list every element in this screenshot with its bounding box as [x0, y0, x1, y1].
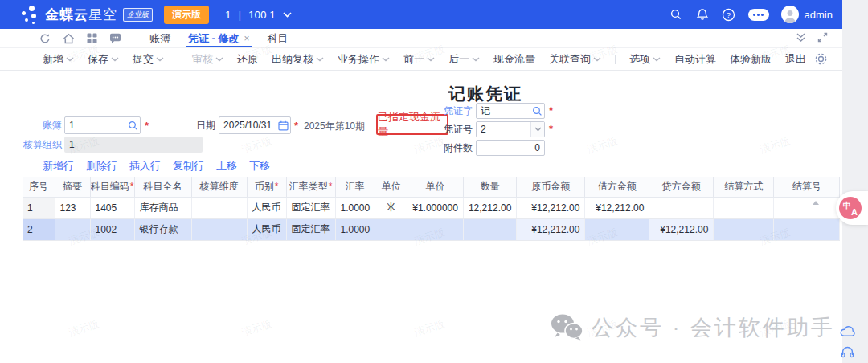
table-cell[interactable]: 人民币: [247, 197, 286, 218]
voucher-no-input[interactable]: [477, 122, 530, 137]
headset-icon[interactable]: [841, 345, 854, 362]
row-action-link[interactable]: 删除行: [86, 159, 117, 173]
table-cell[interactable]: [55, 218, 90, 240]
toolbar-button[interactable]: 保存: [88, 52, 119, 67]
table-cell[interactable]: [714, 218, 774, 240]
table-cell[interactable]: 人民币: [247, 218, 286, 240]
row-action-link[interactable]: 复制行: [173, 159, 204, 173]
toolbar-button[interactable]: 前一: [403, 52, 435, 67]
table-cell[interactable]: [463, 218, 516, 240]
workspace-switcher[interactable]: 1 | 100 1: [225, 9, 292, 21]
table-column-header[interactable]: 核算维度: [191, 177, 247, 197]
table-cell[interactable]: [407, 218, 464, 240]
row-action-link[interactable]: 新增行: [43, 159, 74, 173]
toolbar-button[interactable]: 提交: [133, 52, 164, 67]
table-cell[interactable]: [774, 197, 840, 218]
fullscreen-icon[interactable]: [817, 31, 828, 46]
voucher-word-field[interactable]: [476, 103, 545, 119]
table-cell[interactable]: [774, 218, 840, 240]
toolbar-button[interactable]: 新增: [43, 52, 74, 67]
table-cell[interactable]: 2: [23, 218, 55, 240]
row-action-link[interactable]: 下移: [249, 159, 270, 173]
tab[interactable]: 账簿: [141, 29, 179, 47]
message-icon[interactable]: [108, 32, 121, 45]
table-column-header[interactable]: 单价: [407, 177, 464, 197]
lookup-icon[interactable]: [125, 120, 140, 131]
table-column-header[interactable]: 结算号: [774, 177, 840, 197]
table-column-header[interactable]: 借方金额: [585, 177, 649, 197]
row-action-link[interactable]: 插入行: [129, 159, 161, 173]
table-column-header[interactable]: 科目编码*: [90, 177, 134, 197]
toolbar-button[interactable]: 体验新版: [730, 52, 772, 67]
toolbar-button[interactable]: 关联查询: [549, 52, 601, 67]
tab[interactable]: 凭证 - 修改×: [179, 29, 259, 47]
table-cell[interactable]: 12,212.00: [463, 197, 516, 218]
table-cell[interactable]: [191, 197, 247, 218]
table-cell[interactable]: [585, 218, 649, 240]
toolbar-button[interactable]: 后一: [448, 52, 480, 67]
row-action-link[interactable]: 上移: [216, 159, 237, 173]
table-column-header[interactable]: 贷方金额: [649, 177, 714, 197]
gear-icon[interactable]: [814, 52, 828, 69]
attachments-field[interactable]: [476, 140, 545, 156]
more-pill-icon[interactable]: [748, 9, 769, 21]
table-cell[interactable]: 固定汇率: [286, 197, 335, 218]
table-cell[interactable]: 1002: [90, 218, 134, 240]
table-cell[interactable]: ¥12,212.00: [517, 197, 585, 218]
bell-icon[interactable]: [695, 7, 710, 22]
toolbar-button[interactable]: 审核: [192, 52, 223, 67]
home-icon[interactable]: [62, 32, 75, 45]
close-icon[interactable]: ×: [244, 33, 250, 44]
table-cell[interactable]: ¥1.000000: [407, 197, 464, 218]
table-cell[interactable]: [714, 197, 774, 218]
lookup-icon[interactable]: [530, 106, 544, 116]
table-column-header[interactable]: 摘要: [55, 177, 90, 197]
date-field[interactable]: [219, 116, 291, 134]
book-field[interactable]: [64, 116, 141, 134]
table-cell[interactable]: ¥12,212.00: [649, 218, 714, 240]
refresh-icon[interactable]: [39, 32, 51, 45]
table-cell[interactable]: [649, 197, 714, 218]
table-cell[interactable]: 固定汇率: [286, 218, 335, 240]
toolbar-button[interactable]: 现金流量: [493, 52, 535, 67]
table-column-header[interactable]: 科目全名: [134, 177, 191, 197]
toolbar-button[interactable]: 选项: [629, 52, 661, 67]
translate-fab[interactable]: 中 A: [836, 191, 868, 225]
table-column-header[interactable]: 汇率类型*: [286, 177, 335, 197]
table-cell[interactable]: 123: [55, 197, 90, 218]
voucher-word-input[interactable]: [477, 104, 530, 118]
tab[interactable]: 科目: [259, 29, 297, 47]
table-row[interactable]: 11231405库存商品人民币固定汇率1.0000米¥1.00000012,21…: [23, 197, 840, 218]
table-cell[interactable]: [375, 218, 407, 240]
toolbar-button[interactable]: 出纳复核: [272, 52, 324, 67]
table-cell[interactable]: 1.0000: [335, 197, 375, 218]
table-cell[interactable]: 银行存款: [134, 218, 191, 240]
table-column-header[interactable]: 原币金额: [517, 177, 585, 197]
table-cell[interactable]: [191, 218, 247, 240]
cloud-icon[interactable]: [840, 324, 856, 341]
table-row[interactable]: 21002银行存款人民币固定汇率1.0000¥12,212.00¥12,212.…: [23, 218, 840, 240]
table-cell[interactable]: ¥12,212.00: [517, 218, 585, 240]
attachments-input[interactable]: [477, 141, 544, 155]
scroll-up-arrow[interactable]: [813, 201, 819, 205]
calendar-icon[interactable]: [276, 120, 290, 131]
toolbar-button[interactable]: 退出: [785, 52, 806, 67]
table-column-header[interactable]: 汇率: [335, 177, 375, 197]
book-input[interactable]: [65, 117, 125, 133]
toolbar-button[interactable]: 业务操作: [338, 52, 390, 67]
collapse-icon[interactable]: [796, 31, 806, 46]
chevron-down-icon[interactable]: [530, 122, 544, 137]
table-cell[interactable]: ¥12,212.00: [585, 197, 649, 218]
toolbar-button[interactable]: 还原: [237, 52, 258, 67]
search-icon[interactable]: [669, 7, 683, 22]
table-column-header[interactable]: 序号: [23, 177, 55, 197]
table-cell[interactable]: 1405: [90, 197, 134, 218]
table-column-header[interactable]: 结算方式: [714, 177, 774, 197]
table-cell[interactable]: 库存商品: [134, 197, 191, 218]
table-cell[interactable]: 米: [375, 197, 407, 218]
table-cell[interactable]: 1: [23, 197, 55, 218]
table-cell[interactable]: 1.0000: [335, 218, 375, 240]
table-column-header[interactable]: 币别*: [247, 177, 286, 197]
date-input[interactable]: [219, 117, 276, 133]
toolbar-button[interactable]: 自动计算: [674, 52, 716, 67]
